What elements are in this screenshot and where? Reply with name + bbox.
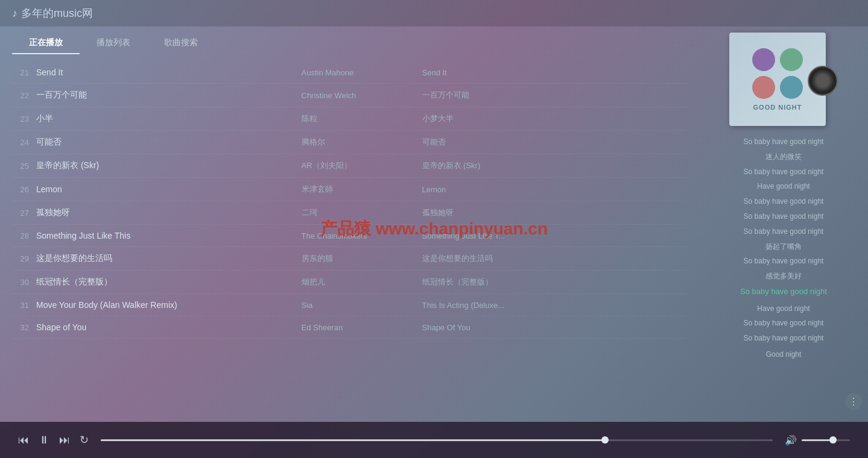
lyric-line: So baby have good night — [744, 210, 824, 224]
tab-search[interactable]: 歌曲搜索 — [147, 33, 215, 54]
play-pause-button[interactable]: ⏸ — [39, 434, 49, 447]
song-album: 可能否 — [422, 137, 688, 148]
volume-thumb — [829, 436, 837, 444]
song-album: 一百万个可能 — [422, 90, 688, 101]
lyric-line: So baby have good night — [744, 165, 824, 179]
song-row[interactable]: 28 Something Just Like This The Chainsmo… — [12, 225, 687, 247]
lyric-line: Have good night — [757, 180, 809, 193]
progress-track[interactable] — [101, 439, 773, 441]
tabs: 正在播放 播放列表 歌曲搜索 — [12, 33, 687, 54]
player-controls: ⏮ ⏸ ⏭ ↻ — [18, 433, 89, 447]
song-row[interactable]: 25 皇帝的新衣 (Skr) AR（刘夫阳） 皇帝的新衣 (Skr) — [12, 154, 687, 178]
circle-2 — [780, 48, 803, 71]
volume-section: 🔊 — [785, 434, 850, 446]
song-title: 可能否 — [36, 137, 302, 148]
more-button[interactable]: ⋮ — [845, 393, 862, 410]
song-artist: 陈粒 — [302, 113, 422, 124]
main-container: 正在播放 播放列表 歌曲搜索 21 Send It Austin Mahone … — [0, 27, 868, 422]
song-title: 皇帝的新衣 (Skr) — [36, 160, 302, 171]
song-artist: Ed Sheeran — [302, 323, 422, 332]
song-number: 23 — [12, 114, 36, 124]
song-number: 27 — [12, 209, 36, 218]
song-row[interactable]: 31 Move Your Body (Alan Walker Remix) Si… — [12, 294, 687, 316]
song-title: 纸冠情长（完整版） — [36, 277, 302, 287]
progress-bar-container — [101, 439, 773, 441]
tab-playing[interactable]: 正在播放 — [12, 33, 80, 54]
song-row[interactable]: 32 Shape of You Ed Sheeran Shape Of You — [12, 316, 687, 339]
song-album: Lemon — [422, 185, 688, 194]
progress-fill — [101, 439, 605, 441]
volume-fill — [802, 439, 833, 441]
app-logo: ♪ 多年的music网 — [12, 6, 93, 20]
song-row[interactable]: 26 Lemon 米津玄師 Lemon — [12, 178, 687, 201]
song-artist: AR（刘夫阳） — [302, 160, 422, 171]
song-title: Move Your Body (Alan Walker Remix) — [36, 300, 302, 310]
song-number: 26 — [12, 185, 36, 194]
song-album: This Is Acting (Deluxe... — [422, 301, 688, 310]
song-row[interactable]: 24 可能否 腾格尔 可能否 — [12, 131, 687, 154]
song-album: Something Just Like T... — [422, 231, 688, 240]
header: ♪ 多年的music网 — [0, 0, 868, 27]
lyric-line: So baby have good night — [740, 284, 827, 300]
song-artist: 房东的猫 — [302, 253, 422, 264]
song-artist: Sia — [302, 301, 422, 310]
song-album: 孤独她呀 — [422, 207, 688, 218]
song-artist: 二珂 — [302, 207, 422, 218]
repeat-button[interactable]: ↻ — [80, 433, 89, 447]
volume-icon[interactable]: 🔊 — [785, 434, 797, 446]
song-album: 皇帝的新衣 (Skr) — [422, 160, 688, 171]
music-icon: ♪ — [12, 7, 17, 20]
lyric-line: 迷人的微笑 — [765, 150, 802, 164]
song-title: 一百万个可能 — [36, 90, 302, 101]
song-artist: 腾格尔 — [302, 137, 422, 148]
song-row[interactable]: 27 孤独她呀 二珂 孤独她呀 — [12, 201, 687, 225]
song-album: 这是你想要的生活吗 — [422, 253, 688, 264]
tab-playlist[interactable]: 播放列表 — [80, 33, 147, 54]
next-button[interactable]: ⏭ — [59, 434, 70, 447]
song-number: 28 — [12, 231, 36, 240]
song-row[interactable]: 21 Send It Austin Mahone Send It — [12, 61, 687, 84]
album-title: GOOD NIGHT — [753, 104, 802, 111]
song-title: 小半 — [36, 113, 302, 124]
song-number: 29 — [12, 254, 36, 263]
song-title: Lemon — [36, 184, 302, 194]
lyric-line: So baby have good night — [744, 316, 824, 330]
album-art-container: GOOD NIGHT — [729, 33, 838, 129]
lyric-line: Have good night — [757, 302, 809, 316]
right-panel: GOOD NIGHT So baby have good night迷人的微笑S… — [699, 27, 868, 422]
song-artist: Christine Welch — [302, 91, 422, 100]
circle-4 — [780, 76, 803, 99]
song-number: 25 — [12, 162, 36, 171]
song-artist: The Chainsmokers — [302, 231, 422, 240]
song-title: 孤独她呀 — [36, 207, 302, 218]
song-album: Shape Of You — [422, 323, 688, 332]
song-row[interactable]: 29 这是你想要的生活吗 房东的猫 这是你想要的生活吗 — [12, 247, 687, 271]
song-album: Send It — [422, 68, 688, 77]
song-artist: 烟把儿 — [302, 277, 422, 287]
app-title: 多年的music网 — [21, 6, 93, 20]
circle-1 — [752, 48, 775, 71]
lyric-line: So baby have good night — [744, 135, 824, 149]
song-album: 纸冠情长（完整版） — [422, 277, 688, 287]
song-number: 31 — [12, 301, 36, 310]
lyrics-container: So baby have good night迷人的微笑So baby have… — [699, 135, 868, 410]
song-number: 32 — [12, 323, 36, 332]
lyric-line: So baby have good night — [744, 331, 824, 345]
song-title: Something Just Like This — [36, 231, 302, 240]
song-row[interactable]: 22 一百万个可能 Christine Welch 一百万个可能 — [12, 84, 687, 107]
volume-track[interactable] — [802, 439, 850, 441]
song-number: 22 — [12, 91, 36, 100]
song-number: 30 — [12, 278, 36, 287]
lyric-line: 扬起了嘴角 — [765, 240, 802, 254]
song-list: 21 Send It Austin Mahone Send It 22 一百万个… — [12, 61, 687, 415]
song-row[interactable]: 30 纸冠情长（完整版） 烟把儿 纸冠情长（完整版） — [12, 271, 687, 294]
song-number: 21 — [12, 68, 36, 77]
prev-button[interactable]: ⏮ — [18, 434, 29, 447]
song-row[interactable]: 23 小半 陈粒 小梦大半 — [12, 107, 687, 131]
left-panel: 正在播放 播放列表 歌曲搜索 21 Send It Austin Mahone … — [0, 27, 699, 422]
song-album: 小梦大半 — [422, 113, 688, 124]
song-artist: Austin Mahone — [302, 68, 422, 77]
lyric-line: So baby have good night — [744, 195, 824, 209]
lyric-line: 感觉多美好 — [765, 269, 802, 283]
lyric-line: So baby have good night — [744, 225, 824, 239]
